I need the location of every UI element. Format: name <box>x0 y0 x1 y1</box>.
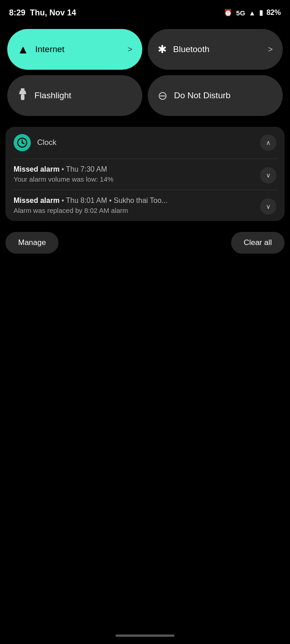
quick-settings-panel: ▲ Internet > ✱ Bluetooth > Flashlight <box>0 24 290 123</box>
notif-body-2: Alarm was replaced by 8:02 AM alarm <box>14 207 256 214</box>
clock-app-icon <box>14 134 31 151</box>
alarm-icon: ⏰ <box>224 9 232 17</box>
bluetooth-icon: ✱ <box>158 43 167 56</box>
notif-title-bold-2: Missed alarm <box>14 197 59 204</box>
clear-all-button[interactable]: Clear all <box>231 232 285 254</box>
status-time-date: 8:29 Thu, Nov 14 <box>9 8 76 18</box>
notif-content-2: Missed alarm • Thu 8:01 AM • Sukho thai … <box>14 197 256 214</box>
clock-app-name: Clock <box>37 138 254 147</box>
qs-row-1: ▲ Internet > ✱ Bluetooth > <box>7 29 283 70</box>
notif-item-2[interactable]: Missed alarm • Thu 8:01 AM • Sukho thai … <box>5 190 285 221</box>
internet-icon: ▲ <box>17 43 29 57</box>
notif-title-2: Missed alarm • Thu 8:01 AM • Sukho thai … <box>14 197 256 205</box>
manage-button[interactable]: Manage <box>5 232 58 254</box>
status-icons: ⏰ 5G ▲ ▮ 82% <box>224 9 281 17</box>
expand-notif-1-button[interactable]: ∨ <box>260 167 276 183</box>
battery-percent: 82% <box>266 9 281 17</box>
notif-title-1: Missed alarm • Thu 7:30 AM <box>14 165 256 173</box>
notif-title-light-2: • Thu 8:01 AM • Sukho thai Too... <box>59 197 167 204</box>
qs-tile-do-not-disturb[interactable]: ⊖ Do Not Disturb <box>148 75 283 116</box>
notification-group-clock: Clock ∧ Missed alarm • Thu 7:30 AM Your … <box>5 127 285 221</box>
dnd-label: Do Not Disturb <box>174 91 273 101</box>
notif-title-bold-1: Missed alarm <box>14 165 59 173</box>
notification-actions-row: Manage Clear all <box>0 226 290 259</box>
notif-title-light-1: • Thu 7:30 AM <box>59 165 107 173</box>
status-bar: 8:29 Thu, Nov 14 ⏰ 5G ▲ ▮ 82% <box>0 0 290 24</box>
qs-tile-flashlight[interactable]: Flashlight <box>7 75 142 116</box>
internet-label: Internet <box>35 44 121 54</box>
svg-marker-1 <box>19 91 26 94</box>
signal-icon: ▲ <box>249 9 256 17</box>
expand-notif-2-button[interactable]: ∨ <box>260 198 276 215</box>
date-display: Thu, Nov 14 <box>30 8 76 18</box>
bluetooth-label: Bluetooth <box>173 44 261 54</box>
notifications-area: Clock ∧ Missed alarm • Thu 7:30 AM Your … <box>0 123 290 221</box>
notif-content-1: Missed alarm • Thu 7:30 AM Your alarm vo… <box>14 165 256 183</box>
time-display: 8:29 <box>9 8 25 18</box>
qs-tile-bluetooth[interactable]: ✱ Bluetooth > <box>148 29 283 70</box>
flashlight-label: Flashlight <box>34 91 132 101</box>
qs-row-2: Flashlight ⊖ Do Not Disturb <box>7 75 283 116</box>
battery-icon: ▮ <box>259 9 263 17</box>
dnd-icon: ⊖ <box>158 89 168 103</box>
svg-rect-2 <box>21 94 24 100</box>
notif-item-1[interactable]: Missed alarm • Thu 7:30 AM Your alarm vo… <box>5 159 285 190</box>
network-type: 5G <box>236 9 245 17</box>
notif-group-header-clock: Clock ∧ <box>5 127 285 159</box>
flashlight-icon <box>17 88 28 103</box>
collapse-clock-button[interactable]: ∧ <box>260 135 276 151</box>
svg-rect-0 <box>21 88 24 91</box>
bluetooth-arrow: > <box>268 45 273 54</box>
home-bar <box>116 634 174 637</box>
notif-body-1: Your alarm volume was low: 14% <box>14 175 256 183</box>
internet-arrow: > <box>127 45 132 54</box>
qs-tile-internet[interactable]: ▲ Internet > <box>7 29 142 70</box>
svg-point-6 <box>22 142 23 144</box>
